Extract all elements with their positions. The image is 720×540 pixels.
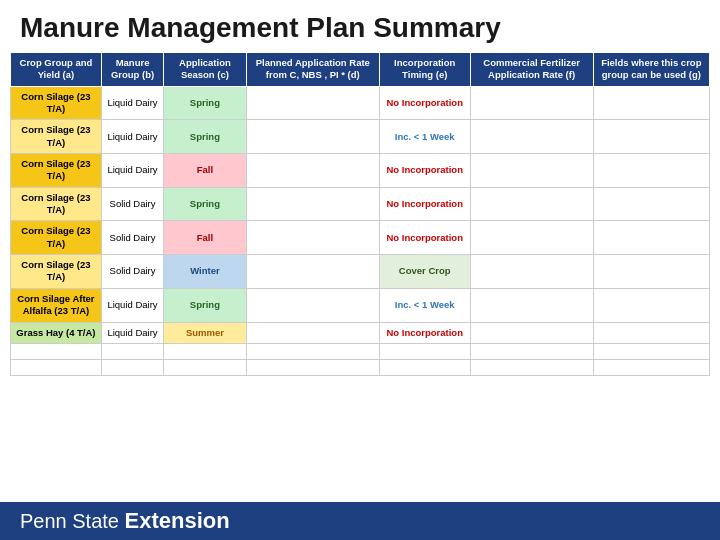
season-cell: Winter: [164, 255, 246, 289]
commercial-cell: [470, 187, 593, 221]
footer-ext-label: Extension: [125, 508, 230, 534]
manure-cell: Liquid Dairy: [101, 120, 163, 154]
fields-cell: [593, 221, 709, 255]
incorporation-cell: Inc. < 1 Week: [379, 288, 470, 322]
incorporation-cell: No Incorporation: [379, 221, 470, 255]
planned-rate-cell: [246, 288, 379, 322]
season-cell: Fall: [164, 154, 246, 188]
incorporation-cell: No Incorporation: [379, 187, 470, 221]
table-row: Corn Silage (23 T/A)Solid DairyWinterCov…: [11, 255, 710, 289]
table-row: Corn Silage (23 T/A)Solid DairyFallNo In…: [11, 221, 710, 255]
fields-cell: [593, 288, 709, 322]
commercial-cell: [470, 221, 593, 255]
commercial-cell: [470, 322, 593, 343]
commercial-cell: [470, 86, 593, 120]
crop-cell: Corn Silage (23 T/A): [11, 221, 102, 255]
planned-rate-cell: [246, 322, 379, 343]
table-row: Corn Silage (23 T/A)Liquid DairySpringIn…: [11, 120, 710, 154]
incorporation-cell: Cover Crop: [379, 255, 470, 289]
manure-cell: Liquid Dairy: [101, 322, 163, 343]
col-header-fields: Fields where this crop group can be used…: [593, 53, 709, 87]
table-row: Corn Silage After Alfalfa (23 T/A)Liquid…: [11, 288, 710, 322]
incorporation-cell: No Incorporation: [379, 86, 470, 120]
footer: Penn State Extension: [0, 502, 720, 540]
season-cell: Spring: [164, 187, 246, 221]
col-header-season: Application Season (c): [164, 53, 246, 87]
incorporation-cell: No Incorporation: [379, 154, 470, 188]
manure-cell: Solid Dairy: [101, 221, 163, 255]
crop-cell: Corn Silage (23 T/A): [11, 187, 102, 221]
fields-cell: [593, 86, 709, 120]
crop-cell: Corn Silage (23 T/A): [11, 120, 102, 154]
commercial-cell: [470, 255, 593, 289]
fields-cell: [593, 322, 709, 343]
footer-penn-label: Penn State: [20, 510, 119, 533]
col-header-manure: Manure Group (b): [101, 53, 163, 87]
crop-cell: Grass Hay (4 T/A): [11, 322, 102, 343]
planned-rate-cell: [246, 187, 379, 221]
crop-cell: Corn Silage (23 T/A): [11, 86, 102, 120]
manure-cell: Liquid Dairy: [101, 86, 163, 120]
table-row: Corn Silage (23 T/A)Liquid DairySpringNo…: [11, 86, 710, 120]
col-header-commercial: Commercial Fertilizer Application Rate (…: [470, 53, 593, 87]
table-row: Corn Silage (23 T/A)Solid DairySpringNo …: [11, 187, 710, 221]
season-cell: Summer: [164, 322, 246, 343]
fields-cell: [593, 120, 709, 154]
season-cell: Fall: [164, 221, 246, 255]
commercial-cell: [470, 288, 593, 322]
col-header-planned-rate: Planned Application Rate from C, NBS , P…: [246, 53, 379, 87]
planned-rate-cell: [246, 86, 379, 120]
manure-cell: Solid Dairy: [101, 255, 163, 289]
fields-cell: [593, 187, 709, 221]
table-row: Grass Hay (4 T/A)Liquid DairySummerNo In…: [11, 322, 710, 343]
manure-cell: Liquid Dairy: [101, 154, 163, 188]
empty-row: [11, 359, 710, 375]
manure-cell: Solid Dairy: [101, 187, 163, 221]
commercial-cell: [470, 120, 593, 154]
season-cell: Spring: [164, 120, 246, 154]
crop-cell: Corn Silage After Alfalfa (23 T/A): [11, 288, 102, 322]
crop-cell: Corn Silage (23 T/A): [11, 255, 102, 289]
incorporation-cell: Inc. < 1 Week: [379, 120, 470, 154]
manure-cell: Liquid Dairy: [101, 288, 163, 322]
season-cell: Spring: [164, 288, 246, 322]
table-row: Corn Silage (23 T/A)Liquid DairyFallNo I…: [11, 154, 710, 188]
empty-row: [11, 343, 710, 359]
commercial-cell: [470, 154, 593, 188]
fields-cell: [593, 255, 709, 289]
page-title: Manure Management Plan Summary: [0, 0, 720, 52]
season-cell: Spring: [164, 86, 246, 120]
planned-rate-cell: [246, 255, 379, 289]
incorporation-cell: No Incorporation: [379, 322, 470, 343]
planned-rate-cell: [246, 154, 379, 188]
crop-cell: Corn Silage (23 T/A): [11, 154, 102, 188]
col-header-incorporation: Incorporation Timing (e): [379, 53, 470, 87]
fields-cell: [593, 154, 709, 188]
main-table-container: Crop Group and Yield (a) Manure Group (b…: [0, 52, 720, 376]
planned-rate-cell: [246, 221, 379, 255]
col-header-crop: Crop Group and Yield (a): [11, 53, 102, 87]
planned-rate-cell: [246, 120, 379, 154]
summary-table: Crop Group and Yield (a) Manure Group (b…: [10, 52, 710, 376]
